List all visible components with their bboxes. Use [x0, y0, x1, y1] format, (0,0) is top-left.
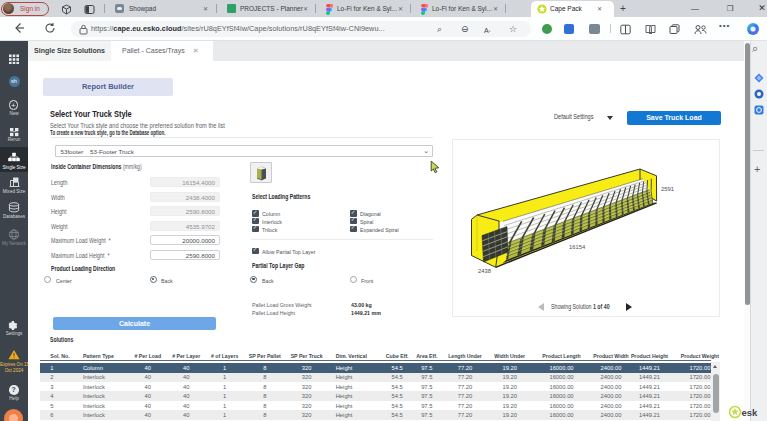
svg-text:esk: esk — [742, 407, 759, 418]
